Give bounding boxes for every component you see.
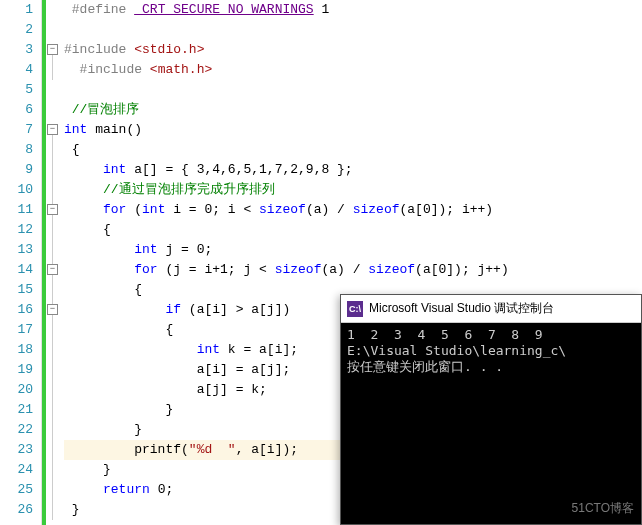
code-line[interactable]: //通过冒泡排序完成升序排列 [64,180,642,200]
line-number[interactable]: 6 [0,100,33,120]
line-number[interactable]: 12 [0,220,33,240]
console-line: E:\Visual Studio\learning_c\ [347,343,635,359]
fold-toggle-icon[interactable]: − [47,44,58,55]
line-number[interactable]: 2 [0,20,33,40]
line-number[interactable]: 25 [0,480,33,500]
line-number[interactable]: 21 [0,400,33,420]
line-number[interactable]: 11 [0,200,33,220]
console-titlebar[interactable]: C:\ Microsoft Visual Studio 调试控制台 [341,295,641,323]
console-app-icon: C:\ [347,301,363,317]
console-line: 1 2 3 4 5 6 7 8 9 [347,327,635,343]
line-number[interactable]: 23 [0,440,33,460]
line-number[interactable]: 9 [0,160,33,180]
code-line[interactable]: #include <math.h> [64,60,642,80]
fold-guide [52,55,53,80]
line-number[interactable]: 4 [0,60,33,80]
line-number-gutter[interactable]: 1 2 3 4 5 6 7 8 9 10 11 12 13 14 15 16 1… [0,0,42,525]
fold-toggle-icon[interactable]: − [47,204,58,215]
line-number[interactable]: 13 [0,240,33,260]
code-line[interactable]: int a[] = { 3,4,6,5,1,7,2,9,8 }; [64,160,642,180]
code-line[interactable] [64,20,642,40]
line-number[interactable]: 10 [0,180,33,200]
line-number[interactable]: 19 [0,360,33,380]
code-line[interactable]: for (j = i+1; j < sizeof(a) / sizeof(a[0… [64,260,642,280]
code-line[interactable]: #include <stdio.h> [64,40,642,60]
code-line[interactable]: #define _CRT_SECURE_NO_WARNINGS 1 [64,0,642,20]
line-number[interactable]: 22 [0,420,33,440]
fold-column[interactable]: − − − − − [46,0,60,525]
line-number[interactable]: 14 [0,260,33,280]
line-number[interactable]: 18 [0,340,33,360]
fold-toggle-icon[interactable]: − [47,124,58,135]
code-line[interactable] [64,80,642,100]
code-line[interactable]: int main() [64,120,642,140]
line-number[interactable]: 16 [0,300,33,320]
code-line[interactable]: int j = 0; [64,240,642,260]
line-number[interactable]: 17 [0,320,33,340]
fold-toggle-icon[interactable]: − [47,304,58,315]
console-title-text: Microsoft Visual Studio 调试控制台 [369,300,554,317]
watermark-text: 51CTO博客 [572,500,634,517]
debug-console-window[interactable]: C:\ Microsoft Visual Studio 调试控制台 1 2 3 … [340,294,642,525]
line-number[interactable]: 20 [0,380,33,400]
line-number[interactable]: 1 [0,0,33,20]
line-number[interactable]: 3 [0,40,33,60]
code-line[interactable]: //冒泡排序 [64,100,642,120]
console-output[interactable]: 1 2 3 4 5 6 7 8 9E:\Visual Studio\learni… [341,323,641,379]
line-number[interactable]: 5 [0,80,33,100]
line-number[interactable]: 26 [0,500,33,520]
fold-guide [52,135,53,520]
line-number[interactable]: 7 [0,120,33,140]
code-line[interactable]: for (int i = 0; i < sizeof(a) / sizeof(a… [64,200,642,220]
console-line: 按任意键关闭此窗口. . . [347,359,635,375]
code-line[interactable]: { [64,220,642,240]
code-line[interactable]: { [64,140,642,160]
line-number[interactable]: 24 [0,460,33,480]
line-number[interactable]: 15 [0,280,33,300]
line-number[interactable]: 8 [0,140,33,160]
fold-toggle-icon[interactable]: − [47,264,58,275]
